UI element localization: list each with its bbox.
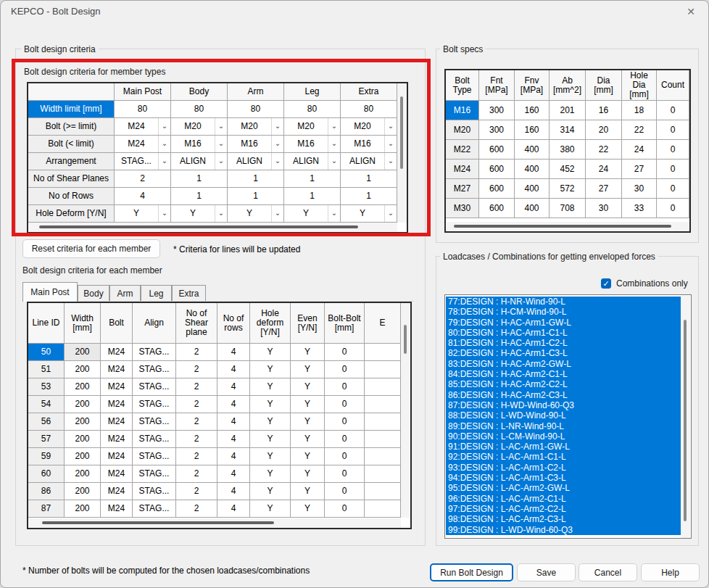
mt-combo-cell[interactable]: ALIGN⌄: [284, 153, 341, 170]
loadcase-item[interactable]: 81:DESIGN : H-AC-Arm1-C2-L: [446, 338, 681, 348]
chevron-down-icon[interactable]: ⌄: [271, 205, 283, 222]
pm-cell[interactable]: [365, 396, 401, 413]
pm-cell[interactable]: 0: [325, 344, 365, 361]
specs-hscroll-thumb[interactable]: [454, 225, 671, 228]
mt-value-cell[interactable]: 80: [115, 101, 171, 118]
pm-cell[interactable]: STAG...: [133, 396, 176, 413]
pm-cell[interactable]: 2: [176, 448, 217, 465]
pm-cell[interactable]: M24: [101, 361, 133, 378]
pm-cell[interactable]: [365, 431, 401, 448]
pm-cell[interactable]: 4: [217, 413, 250, 431]
mt-hscroll-thumb[interactable]: [39, 225, 358, 228]
pm-cell[interactable]: Y: [250, 483, 291, 500]
pm-row-header[interactable]: 56: [28, 413, 65, 431]
pm-cell[interactable]: Y: [291, 344, 325, 361]
pm-cell[interactable]: M24: [101, 378, 133, 396]
save-button[interactable]: Save: [517, 563, 576, 581]
pm-cell[interactable]: M24: [101, 465, 133, 483]
loadcase-item[interactable]: 86:DESIGN : H-AC-Arm2-C3-L: [446, 390, 681, 400]
pm-cell[interactable]: 4: [217, 344, 250, 361]
cancel-button[interactable]: Cancel: [579, 563, 637, 581]
loadcases-listbox[interactable]: 77:DESIGN : H-NR-Wind-90-L78:DESIGN : H-…: [444, 294, 692, 539]
mt-combo-cell[interactable]: M24⌄: [115, 118, 171, 136]
chevron-down-icon[interactable]: ⌄: [384, 136, 397, 152]
mt-value-cell[interactable]: 1: [341, 170, 397, 188]
loadcase-item[interactable]: 91:DESIGN : L-AC-Arm1-GW-L: [446, 442, 681, 452]
mt-combo-cell[interactable]: M24⌄: [115, 136, 171, 153]
specs-cell[interactable]: 160: [515, 120, 550, 140]
mt-combo-cell[interactable]: Y⌄: [284, 205, 341, 223]
combinations-only-checkbox[interactable]: ✓: [601, 278, 611, 289]
tab-extra[interactable]: Extra: [172, 285, 206, 302]
specs-cell[interactable]: 600: [479, 140, 515, 160]
loadcase-item[interactable]: 83:DESIGN : H-AC-Arm2-GW-L: [446, 359, 681, 369]
loadcase-item[interactable]: 84:DESIGN : H-AC-Arm2-C1-L: [446, 369, 681, 379]
specs-cell[interactable]: 0: [657, 101, 689, 120]
chevron-down-icon[interactable]: ⌄: [384, 118, 397, 135]
pm-cell[interactable]: [365, 413, 401, 431]
chevron-down-icon[interactable]: ⌄: [158, 118, 170, 135]
pm-cell[interactable]: M24: [101, 413, 133, 431]
specs-cell[interactable]: 22: [586, 140, 622, 160]
mt-combo-cell[interactable]: M16⌄: [341, 136, 397, 153]
pm-cell[interactable]: 4: [217, 465, 250, 483]
pm-cell[interactable]: 2: [176, 465, 217, 483]
pm-cell[interactable]: 0: [325, 378, 365, 396]
pm-cell[interactable]: 2: [176, 431, 217, 448]
pm-cell[interactable]: 0: [325, 448, 365, 465]
specs-cell[interactable]: 400: [515, 179, 550, 199]
pm-cell[interactable]: M24: [101, 344, 133, 361]
pm-cell[interactable]: Y: [291, 396, 325, 413]
mt-value-cell[interactable]: 80: [284, 101, 341, 118]
pm-cell[interactable]: Y: [250, 431, 291, 448]
mt-hscroll-track[interactable]: [29, 223, 397, 232]
pm-cell[interactable]: STAG...: [133, 500, 176, 518]
tab-arm[interactable]: Arm: [109, 285, 141, 302]
pm-cell[interactable]: M24: [101, 396, 133, 413]
pm-cell[interactable]: 4: [217, 396, 250, 413]
mt-row-header[interactable]: Bolt (>= limit): [28, 118, 115, 136]
specs-cell[interactable]: 201: [550, 101, 586, 120]
specs-cell[interactable]: 0: [657, 199, 689, 218]
pm-cell[interactable]: STAG...: [133, 378, 176, 396]
mt-combo-cell[interactable]: M20⌄: [341, 118, 397, 136]
pm-cell[interactable]: 2: [176, 500, 217, 518]
pm-cell[interactable]: 200: [65, 378, 101, 396]
mt-value-cell[interactable]: 1: [171, 170, 228, 188]
pm-cell[interactable]: Y: [250, 396, 291, 413]
pm-cell[interactable]: [365, 448, 401, 465]
chevron-down-icon[interactable]: ⌄: [328, 136, 340, 152]
mt-row-header[interactable]: No of Rows: [28, 188, 115, 205]
loadcase-item[interactable]: 77:DESIGN : H-NR-Wind-90-L: [446, 297, 681, 307]
pm-row-header[interactable]: 87: [28, 500, 65, 518]
specs-cell[interactable]: 300: [479, 120, 515, 140]
mt-value-cell[interactable]: 80: [171, 101, 228, 118]
pm-cell[interactable]: 2: [176, 344, 217, 361]
combinations-only-label[interactable]: Combinations only: [616, 278, 688, 289]
pm-cell[interactable]: 2: [176, 361, 217, 378]
pm-cell[interactable]: 0: [325, 431, 365, 448]
pm-cell[interactable]: STAG...: [133, 361, 176, 378]
specs-cell[interactable]: 600: [479, 160, 515, 179]
chevron-down-icon[interactable]: ⌄: [271, 118, 283, 135]
specs-hscroll-track[interactable]: [447, 222, 689, 231]
mt-row-header[interactable]: Hole Deform [Y/N]: [28, 205, 115, 223]
mt-value-cell[interactable]: 1: [171, 188, 228, 205]
specs-cell[interactable]: 16: [586, 101, 622, 120]
chevron-down-icon[interactable]: ⌄: [215, 153, 227, 170]
mt-combo-cell[interactable]: STAG...⌄: [115, 153, 171, 170]
specs-cell[interactable]: 24: [622, 140, 657, 160]
specs-cell[interactable]: 600: [479, 179, 515, 199]
specs-cell[interactable]: 20: [586, 120, 622, 140]
mt-combo-cell[interactable]: M16⌄: [228, 136, 284, 153]
pm-cell[interactable]: Y: [250, 361, 291, 378]
specs-cell[interactable]: 572: [550, 179, 586, 199]
pm-row-header[interactable]: 51: [28, 361, 65, 378]
pm-cell[interactable]: 4: [217, 500, 250, 518]
pm-cell[interactable]: STAG...: [133, 413, 176, 431]
run-bolt-design-button[interactable]: Run Bolt Design: [430, 563, 513, 581]
chevron-down-icon[interactable]: ⌄: [158, 136, 170, 152]
specs-cell[interactable]: 0: [657, 140, 689, 160]
pm-cell[interactable]: Y: [250, 448, 291, 465]
pm-cell[interactable]: 0: [325, 413, 365, 431]
